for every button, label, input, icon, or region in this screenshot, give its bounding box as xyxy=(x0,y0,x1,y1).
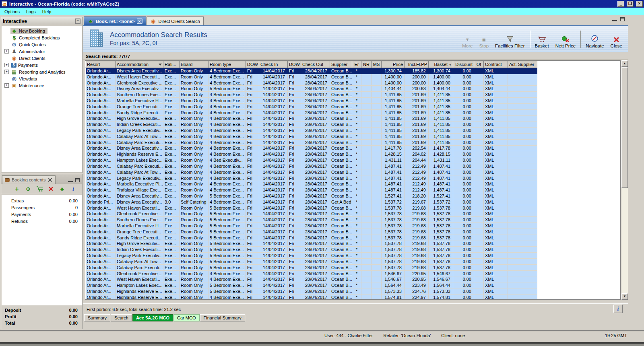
column-header-resort[interactable]: Resort xyxy=(86,61,116,68)
basket-move-icon[interactable] xyxy=(36,186,43,192)
table-row[interactable]: Orlando Ar...Disney Area Executiv...Exe.… xyxy=(86,86,537,92)
sidebar-item-completed-bookings[interactable]: Completed Bookings xyxy=(2,34,82,41)
add-icon[interactable] xyxy=(14,186,20,192)
bottom-tab-search[interactable]: Search xyxy=(111,314,132,321)
column-header-check_out[interactable]: Check Out xyxy=(301,61,330,68)
table-row[interactable]: Orlando Ar...West Haven Executi...Exe...… xyxy=(86,205,537,211)
vertical-scrollbar[interactable]: ▲ ▼ xyxy=(621,60,628,300)
table-row[interactable]: Orlando Ar...Highlands Reserve E...Exe..… xyxy=(86,288,537,295)
table-row[interactable]: Orlando Pri...Disney Area Executiv...3.0… xyxy=(86,199,537,205)
column-header-discount[interactable]: Discount xyxy=(453,61,474,68)
info-icon[interactable] xyxy=(70,186,76,192)
expand-icon[interactable]: + xyxy=(4,63,9,67)
sidebar-item-maintenance[interactable]: +Maintenance xyxy=(2,82,82,89)
sidebar-item-reporting-and-analytics[interactable]: +Reporting and Analytics xyxy=(2,68,82,75)
expand-icon[interactable]: + xyxy=(4,70,9,74)
table-row[interactable]: Orlando Ar...Calabay Parc Executi...Exe.… xyxy=(86,163,537,169)
facilities-filter-button[interactable]: Facilities Filter xyxy=(492,30,528,49)
sidebar-item-payments[interactable]: +Payments xyxy=(2,62,82,68)
bottom-tab-summary[interactable]: Summary xyxy=(84,314,110,321)
close-booking-contents-icon[interactable] xyxy=(48,178,52,182)
scroll-up-icon[interactable]: ▲ xyxy=(621,60,628,67)
table-row[interactable]: Orlando Ar...Sandy Ridge Executi...Exe..… xyxy=(86,109,537,115)
menu-item-help[interactable]: Help xyxy=(39,8,55,15)
column-header-er[interactable]: Er xyxy=(352,61,361,68)
column-header-act_supplier[interactable]: Act. Supplier xyxy=(508,61,537,68)
delete-x-icon[interactable] xyxy=(47,186,54,192)
table-row[interactable]: Orlando Ar...Southern Dunes Exe...Exe...… xyxy=(86,217,537,223)
table-row[interactable]: Orlando Ar...Legacy Park Executiv...Exe.… xyxy=(86,175,537,181)
column-header-dow1[interactable]: DOW xyxy=(246,61,259,68)
table-row[interactable]: Orlando Ar...Sandy Ridge Executi...Exe..… xyxy=(86,235,537,241)
info-button[interactable] xyxy=(613,305,623,313)
scrollbar-thumb[interactable] xyxy=(621,67,628,188)
column-header-rating[interactable]: Rati... xyxy=(163,61,180,68)
bottom-tab-car-mco[interactable]: Car MCO xyxy=(173,314,199,321)
column-header-ms[interactable]: MS xyxy=(372,61,382,68)
table-row[interactable]: Orlando Ar...Hampton Lakes Exec...Exe...… xyxy=(86,157,537,163)
tab-direct-clients-search[interactable]: Direct Clients Search xyxy=(147,16,204,25)
table-row[interactable]: Orlando Ar...Orange Tree Executi...Exe..… xyxy=(86,103,537,109)
sidebar-item-viewdata[interactable]: Viewdata xyxy=(2,75,82,82)
main-minimize-icon[interactable] xyxy=(612,17,617,21)
table-row[interactable]: Orlando Ar...Disney Area Executiv...Exe.… xyxy=(86,145,537,151)
table-row[interactable]: Orlando Ar...West Haven Executi...Exe...… xyxy=(86,276,537,282)
column-header-price[interactable]: Price xyxy=(382,61,405,68)
table-row[interactable]: Orlando Ar...Indian Creek Executi...Exe.… xyxy=(86,247,537,253)
close-button[interactable]: Close xyxy=(607,30,625,49)
column-header-nr[interactable]: NR xyxy=(361,61,372,68)
sidebar-item-direct-clients[interactable]: Direct Clients xyxy=(2,55,82,62)
table-row[interactable]: Orlando Ar...Orange Tree Executi...Exe..… xyxy=(86,229,537,235)
table-row[interactable]: Orlando Ar...Disney Area Executiv...Exe.… xyxy=(86,68,537,74)
nett-price-button[interactable]: Nett Price xyxy=(552,30,579,49)
table-row[interactable]: Orlando Ar...Legacy Park Executiv...Exe.… xyxy=(86,253,537,259)
bottom-tab-financial-summary[interactable]: Financial Summary xyxy=(200,314,245,321)
table-row[interactable]: Orlando Ar...Marbella Executive H...Exe.… xyxy=(86,98,537,104)
table-row[interactable]: Orlando Ar...Marbella Executive Pl...Exe… xyxy=(86,181,537,187)
tab-book-ref-none-[interactable]: Book. ref.: <none>× xyxy=(84,16,146,25)
column-header-supplier[interactable]: Supplier xyxy=(330,61,352,68)
table-row[interactable]: Orlando Ar...Calabay Parc Executi...Exe.… xyxy=(86,264,537,270)
column-header-board[interactable]: Board xyxy=(180,61,208,68)
table-row[interactable]: Orlando Ar...Glenbrook Executive ...Exe.… xyxy=(86,270,537,276)
column-header-incl[interactable]: Incl.Fl.PP xyxy=(405,61,429,68)
close-icon[interactable]: × xyxy=(636,1,643,7)
sidebar-item-administrator[interactable]: +Administrator xyxy=(2,48,82,55)
sidebar-item-new-booking[interactable]: New Booking xyxy=(2,27,82,34)
main-maximize-icon[interactable] xyxy=(620,17,625,21)
availability-clock-icon[interactable] xyxy=(25,186,31,192)
table-row[interactable]: Orlando Ar...Southern Dunes Exe...Exe...… xyxy=(86,92,537,98)
table-row[interactable]: Orlando Ar...Hampton Lakes Exec...Exe...… xyxy=(86,282,537,288)
column-header-acc[interactable]: Accommodation xyxy=(116,61,163,68)
table-row[interactable]: Orlando Ar...Calabay Parc At Tow...Exe..… xyxy=(86,259,537,265)
scroll-down-icon[interactable]: ▼ xyxy=(621,293,628,300)
minimize-icon[interactable]: _ xyxy=(617,1,624,7)
collapse-panel-icon[interactable]: − xyxy=(75,19,80,24)
panel-maximize-icon[interactable] xyxy=(75,178,80,182)
table-row[interactable]: Orlando Ar...High Grove Executiv...Exe..… xyxy=(86,115,537,122)
table-row[interactable]: Orlando Ar...Glenbrook Executive ...Exe.… xyxy=(86,211,537,217)
column-header-contract[interactable]: Contract xyxy=(484,61,508,68)
column-header-dow2[interactable]: DOW xyxy=(288,61,301,68)
table-row[interactable]: Orlando Ar...Calabay Parc At Tow...Exe..… xyxy=(86,169,537,175)
sidebar-item-quick-quotes[interactable]: Quick Quotes xyxy=(2,41,82,48)
column-header-basket[interactable]: Basket xyxy=(429,61,453,68)
table-row[interactable]: Orlando Ar...West Haven Executi...Exe...… xyxy=(86,74,537,80)
column-header-room[interactable]: Room type xyxy=(208,61,246,68)
column-header-check_in[interactable]: Check In xyxy=(259,61,288,68)
table-row[interactable]: Orlando Ar...High Grove Executiv...Exe..… xyxy=(86,241,537,247)
expand-icon[interactable]: + xyxy=(4,83,9,88)
table-row[interactable]: Orlando Ar...Indian Creek Executi...Exe.… xyxy=(86,122,537,128)
menu-item-logs[interactable]: Logs xyxy=(23,8,39,15)
table-row[interactable]: Orlando Ar...Highlands Reserve E...Exe..… xyxy=(86,151,537,157)
panel-minimize-icon[interactable] xyxy=(68,178,73,182)
table-row[interactable]: Orlando Ar...Trafalgar Village Exe...Exe… xyxy=(86,187,537,193)
table-row[interactable]: Orlando Ar...Highlands Reserve E...Exe..… xyxy=(86,294,537,300)
column-header-of[interactable]: Of xyxy=(474,61,484,68)
booking-contents-tab[interactable]: Booking contents xyxy=(2,175,56,184)
navigate-button[interactable]: Navigate xyxy=(582,30,607,49)
bottom-tab-acc-5a-2c-mco[interactable]: Acc 5A,2C MCO xyxy=(132,314,173,321)
table-row[interactable]: Orlando Ar...Glenbrook Executive ...Exe.… xyxy=(86,80,537,86)
basket-button[interactable]: Basket xyxy=(532,30,552,49)
restore-icon[interactable]: ❐ xyxy=(627,1,634,7)
